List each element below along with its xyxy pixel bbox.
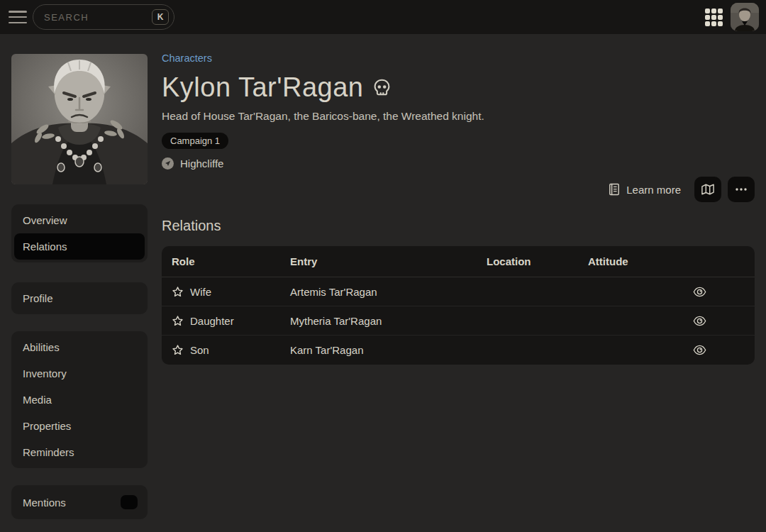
sidebar-item-media[interactable]: Media (14, 387, 145, 413)
breadcrumb-characters-link[interactable]: Characters (162, 52, 212, 64)
more-options-button[interactable] (728, 177, 755, 202)
table-row: Wife Artemis Tar'Ragan (162, 277, 755, 306)
book-icon (609, 183, 620, 196)
column-header-attitude: Attitude (588, 255, 687, 267)
map-button[interactable] (694, 177, 721, 202)
sidebar-item-reminders[interactable]: Reminders (14, 439, 145, 465)
map-icon (701, 183, 715, 196)
nav-card-secondary: Abilities Inventory Media Properties Rem… (11, 331, 148, 468)
hamburger-icon[interactable] (9, 11, 27, 23)
entity-actions: Learn more (162, 177, 755, 202)
breadcrumb: Characters (162, 52, 755, 64)
sidebar-item-abilities[interactable]: Abilities (14, 334, 145, 360)
sidebar-item-inventory[interactable]: Inventory (14, 360, 145, 387)
nav-card-profile: Profile (11, 282, 148, 314)
star-icon[interactable] (172, 315, 184, 327)
table-row: Son Karn Tar'Ragan (162, 336, 755, 365)
column-header-location: Location (487, 255, 588, 267)
table-row: Daughter Mytheria Tar'Ragan (162, 306, 755, 336)
sidebar-item-relations[interactable]: Relations (14, 233, 145, 260)
topbar-right (704, 3, 759, 31)
main-content: Characters Kylon Tar'Ragan Head of House… (162, 34, 755, 365)
relation-entry-link[interactable]: Mytheria Tar'Ragan (290, 315, 382, 327)
search-input[interactable] (44, 12, 152, 23)
relation-entry-link[interactable]: Karn Tar'Ragan (290, 344, 363, 356)
sidebar-item-profile[interactable]: Profile (14, 285, 145, 311)
location-link[interactable]: Highcliffe (162, 157, 223, 170)
entity-sidebar: Overview Relations Profile Abilities Inv… (11, 54, 148, 519)
page-title: Kylon Tar'Ragan (162, 72, 363, 103)
grid-icon[interactable] (704, 8, 723, 27)
nav-card-primary: Overview Relations (11, 204, 148, 262)
mentions-badge (121, 495, 138, 509)
character-subtitle: Head of House Tar'Ragan, the Baricos-ban… (162, 110, 755, 123)
learn-more-label: Learn more (626, 184, 681, 196)
sidebar-item-overview[interactable]: Overview (14, 207, 145, 233)
table-header-row: Role Entry Location Attitude (162, 246, 755, 277)
relation-role: Wife (190, 286, 211, 298)
character-portrait[interactable] (11, 54, 148, 184)
search-box[interactable]: K (33, 4, 174, 30)
sidebar-item-properties[interactable]: Properties (14, 413, 145, 439)
relations-table: Role Entry Location Attitude Wife Artemi… (162, 246, 755, 365)
column-header-role: Role (162, 255, 290, 267)
sidebar-item-mentions[interactable]: Mentions (11, 485, 148, 519)
learn-more-button[interactable]: Learn more (609, 183, 681, 196)
mentions-label: Mentions (23, 497, 66, 509)
star-icon[interactable] (172, 286, 184, 298)
search-shortcut-badge: K (152, 9, 169, 25)
eye-icon[interactable] (693, 345, 706, 355)
star-icon[interactable] (172, 344, 184, 356)
eye-icon[interactable] (693, 287, 706, 297)
eye-icon[interactable] (693, 316, 706, 326)
column-header-entry: Entry (290, 255, 487, 267)
campaign-tag[interactable]: Campaign 1 (162, 133, 228, 149)
location-name: Highcliffe (180, 157, 223, 170)
skull-icon (372, 78, 392, 97)
ellipsis-icon (735, 187, 748, 192)
relations-heading: Relations (162, 218, 755, 234)
navigation-icon (162, 157, 174, 170)
relation-entry-link[interactable]: Artemis Tar'Ragan (290, 286, 377, 298)
relation-role: Daughter (190, 315, 234, 327)
top-bar: K (0, 0, 766, 34)
relation-role: Son (190, 344, 209, 356)
avatar[interactable] (731, 3, 759, 31)
